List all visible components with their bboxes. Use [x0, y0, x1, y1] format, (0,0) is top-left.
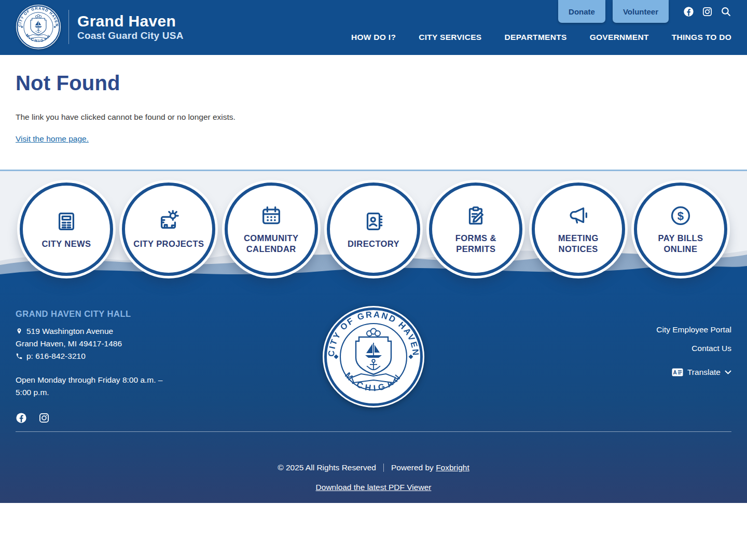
search-icon[interactable]	[721, 6, 731, 17]
donate-button[interactable]: Donate	[558, 0, 605, 23]
newspaper-icon	[54, 209, 78, 233]
footer-social-icons	[16, 412, 187, 424]
footer-links-block: City Employee Portal Contact Us A Transl…	[656, 325, 731, 377]
site-subtitle: Coast Guard City USA	[77, 30, 184, 41]
footer-city-seal	[322, 305, 425, 409]
quick-link-meeting-notices[interactable]: MEETING NOTICES	[532, 183, 625, 276]
site-footer: GRAND HAVEN CITY HALL 519 Washington Ave…	[0, 283, 747, 503]
contact-us-link[interactable]: Contact Us	[656, 344, 731, 353]
map-lightbulb-icon	[157, 209, 181, 233]
pdf-viewer-link[interactable]: Download the latest PDF Viewer	[316, 483, 432, 492]
site-logo[interactable]: Grand Haven Coast Guard City USA	[16, 4, 184, 50]
nav-how-do-i[interactable]: HOW DO I?	[351, 33, 396, 42]
powered-by-text: Powered by	[391, 463, 434, 472]
site-title-block: Grand Haven Coast Guard City USA	[77, 12, 184, 41]
foxbright-link[interactable]: Foxbright	[436, 463, 469, 472]
footer-address-line1-row: 519 Washington Avenue	[16, 325, 187, 338]
footer-contact-block: GRAND HAVEN CITY HALL 519 Washington Ave…	[16, 307, 187, 424]
quick-link-pay-bills[interactable]: $ PAY BILLS ONLINE	[634, 183, 727, 276]
volunteer-button[interactable]: Volunteer	[613, 0, 669, 23]
instagram-icon[interactable]	[702, 6, 713, 17]
nav-city-services[interactable]: CITY SERVICES	[419, 33, 481, 42]
footer-address-line2: Grand Haven, MI 49417-1486	[16, 338, 187, 350]
not-found-message: The link you have clicked cannot be foun…	[16, 113, 731, 122]
translate-control[interactable]: A Translate	[656, 368, 731, 377]
site-title: Grand Haven	[77, 12, 184, 30]
dollar-circle-icon: $	[669, 204, 693, 228]
quick-link-forms-permits[interactable]: FORMS & PERMITS	[429, 183, 522, 276]
translate-icon: A	[672, 368, 683, 376]
clipboard-pencil-icon	[464, 204, 488, 228]
nav-things-to-do[interactable]: THINGS TO DO	[672, 33, 731, 42]
footer-org-name: GRAND HAVEN CITY HALL	[16, 307, 187, 320]
home-page-link[interactable]: Visit the home page.	[16, 134, 89, 144]
footer-pdf-row: Download the latest PDF Viewer	[0, 483, 747, 492]
quick-link-label: MEETING NOTICES	[542, 233, 615, 255]
employee-portal-link[interactable]: City Employee Portal	[656, 325, 731, 334]
header-utility-row: Donate Volunteer	[558, 0, 731, 23]
facebook-icon[interactable]	[16, 412, 27, 424]
header-icons	[683, 0, 731, 23]
address-book-icon	[362, 209, 385, 233]
footer-copyright-row: © 2025 All Rights ReservedPowered by Fox…	[0, 463, 747, 472]
logo-divider	[68, 10, 69, 44]
quick-link-label: CITY NEWS	[30, 239, 103, 249]
quick-link-label: DIRECTORY	[337, 239, 410, 249]
quick-link-community-calendar[interactable]: COMMUNITY CALENDAR	[225, 183, 318, 276]
quick-link-label: COMMUNITY CALENDAR	[235, 233, 308, 255]
svg-text:$: $	[677, 209, 684, 222]
main-nav: HOW DO I? CITY SERVICES DEPARTMENTS GOVE…	[351, 33, 731, 42]
footer-divider	[16, 431, 731, 432]
nav-government[interactable]: GOVERNMENT	[590, 33, 649, 42]
calendar-icon	[259, 204, 283, 228]
site-header: Grand Haven Coast Guard City USA Donate …	[0, 0, 747, 55]
footer-address-line1: 519 Washington Avenue	[26, 325, 113, 338]
footer-hours: Open Monday through Friday 8:00 a.m. – 5…	[16, 374, 171, 399]
quick-link-directory[interactable]: DIRECTORY	[327, 183, 420, 276]
quick-link-label: FORMS & PERMITS	[439, 233, 512, 255]
quick-link-city-projects[interactable]: CITY PROJECTS	[122, 183, 215, 276]
instagram-icon[interactable]	[38, 412, 50, 424]
footer-phone-row: p: 616-842-3210	[16, 350, 187, 362]
quick-link-label: PAY BILLS ONLINE	[644, 233, 717, 255]
facebook-icon[interactable]	[683, 6, 694, 17]
megaphone-icon	[566, 204, 590, 228]
quick-links-list: CITY NEWS CITY PROJECTS	[0, 183, 747, 276]
footer-phone: p: 616-842-3210	[26, 350, 86, 362]
quick-links-band: CITY NEWS CITY PROJECTS	[0, 170, 747, 283]
copyright-separator	[383, 464, 384, 472]
location-pin-icon	[16, 328, 23, 335]
phone-icon	[16, 353, 23, 360]
nav-departments[interactable]: DEPARTMENTS	[505, 33, 567, 42]
quick-link-city-news[interactable]: CITY NEWS	[20, 183, 113, 276]
city-seal-icon	[16, 4, 61, 50]
page-title: Not Found	[16, 72, 731, 95]
main-content: Not Found The link you have clicked cann…	[0, 55, 747, 170]
quick-link-label: CITY PROJECTS	[132, 239, 205, 249]
chevron-down-icon	[725, 370, 731, 375]
svg-text:A: A	[673, 370, 676, 375]
translate-label: Translate	[687, 368, 721, 377]
page: Grand Haven Coast Guard City USA Donate …	[0, 0, 747, 560]
copyright-text: © 2025 All Rights Reserved	[278, 463, 376, 472]
